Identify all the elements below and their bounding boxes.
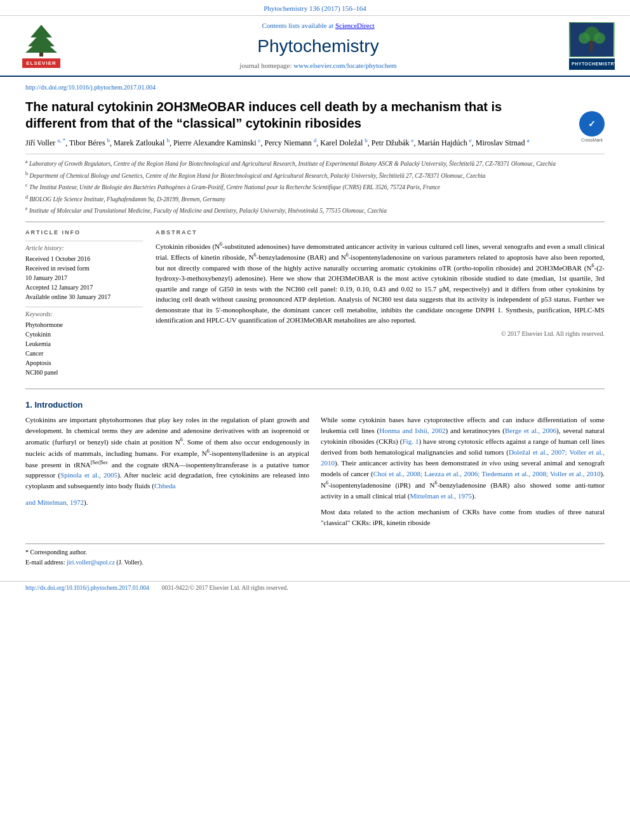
list-item: Phytohormone <box>25 321 143 330</box>
email-link[interactable]: jiri.voller@upol.cz <box>67 559 115 566</box>
article-info-title: ARTICLE INFO <box>25 229 143 237</box>
affiliations: a Laboratory of Growth Regulators, Centr… <box>25 154 605 215</box>
phyto-logo-label: PHYTOCHEMISTRY <box>569 58 615 70</box>
list-item: Apoptosis <box>25 359 143 368</box>
email-note: E-mail address: jiri.voller@upol.cz (J. … <box>25 558 605 567</box>
phyto-logo: PHYTOCHEMISTRY <box>566 22 617 70</box>
svg-point-7 <box>579 32 590 44</box>
paragraph: While some cytokinin bases have cytoprot… <box>321 415 605 502</box>
list-item: Leukemia <box>25 340 143 349</box>
ref-link[interactable]: Mittelman et al., 1975 <box>410 492 472 500</box>
body-columns: Cytokinins are important phytohormones t… <box>25 415 605 533</box>
content-divider <box>25 389 605 389</box>
ref-link[interactable]: and Mittelman, 1972 <box>25 498 84 506</box>
journal-header: ELSEVIER Contents lists available at Sci… <box>0 16 630 77</box>
journal-center: Contents lists available at ScienceDirec… <box>70 21 566 70</box>
copyright-line: © 2017 Elsevier Ltd. All rights reserved… <box>156 330 605 338</box>
svg-rect-9 <box>590 41 593 52</box>
homepage-url[interactable]: www.elsevier.com/locate/phytochem <box>293 62 396 69</box>
keywords-list: Phytohormone Cytokinin Leukemia Cancer A… <box>25 321 143 377</box>
doi-footer-link[interactable]: http://dx.doi.org/10.1016/j.phytochem.20… <box>25 585 149 591</box>
footnotes: * Corresponding author. E-mail address: … <box>25 543 605 567</box>
doi-line: http://dx.doi.org/10.1016/j.phytochem.20… <box>25 83 605 92</box>
elsevier-tree-icon <box>19 23 64 58</box>
authors-line: Jiří Voller a, *, Tibor Béres b, Marek Z… <box>25 137 605 149</box>
keywords-section: Keywords: Phytohormone Cytokinin Leukemi… <box>25 307 143 377</box>
abstract-title: ABSTRACT <box>156 229 605 237</box>
list-item: NCI60 panel <box>25 368 143 377</box>
journal-homepage: journal homepage: www.elsevier.com/locat… <box>70 61 566 70</box>
paragraph: Most data related to the action mechanis… <box>321 507 605 528</box>
doi-link[interactable]: http://dx.doi.org/10.1016/j.phytochem.20… <box>25 84 156 91</box>
sciencedirect-anchor[interactable]: ScienceDirect <box>335 22 375 29</box>
ref-link[interactable]: Honma and Ishii, 2002 <box>379 427 445 434</box>
ref-link[interactable]: Berge et al., 2006 <box>505 427 556 434</box>
ref-link[interactable]: Fig. 1 <box>403 437 419 445</box>
svg-point-8 <box>594 32 605 44</box>
bottom-bar: http://dx.doi.org/10.1016/j.phytochem.20… <box>0 581 630 595</box>
article-title: The natural cytokinin 2OH3MeOBAR induces… <box>25 98 605 131</box>
ref-link[interactable]: Choi et al., 2008; Laezza et al., 2006; … <box>373 470 601 477</box>
keywords-label: Keywords: <box>25 310 143 319</box>
section-divider <box>25 222 605 222</box>
elsevier-badge: ELSEVIER <box>22 58 60 68</box>
intro-section: 1. Introduction Cytokinins are important… <box>25 399 605 533</box>
abstract-text: Cytokinin ribosides (N6-substituted aden… <box>156 241 605 326</box>
list-item: Cytokinin <box>25 330 143 339</box>
corresponding-note: * Corresponding author. <box>25 548 605 557</box>
body-col-right: While some cytokinin bases have cytoprot… <box>321 415 605 533</box>
main-content: http://dx.doi.org/10.1016/j.phytochem.20… <box>0 77 630 575</box>
phyto-logo-image <box>569 22 615 57</box>
sciencedirect-link[interactable]: Contents lists available at ScienceDirec… <box>70 21 566 30</box>
ref-link[interactable]: Doležal et al., 2007; Voller et al., 201… <box>321 448 605 467</box>
article-history: Article history: Received 1 October 2016… <box>25 241 143 302</box>
journal-reference: Phytochemistry 136 (2017) 156–164 <box>0 0 630 16</box>
crossmark-icon: ✓ <box>579 111 605 137</box>
dates: Received 1 October 2016 Received in revi… <box>25 255 143 302</box>
paragraph: and Mittelman, 1972). <box>25 497 309 508</box>
abstract-column: ABSTRACT Cytokinin ribosides (N6-substit… <box>156 229 605 382</box>
history-label: Article history: <box>25 244 143 253</box>
issn-line: 0031-9422/© 2017 Elsevier Ltd. All right… <box>162 584 288 592</box>
body-col-left: Cytokinins are important phytohormones t… <box>25 415 309 533</box>
article-info-abstract: ARTICLE INFO Article history: Received 1… <box>25 229 605 382</box>
crossmark-badge[interactable]: ✓ CrossMark <box>579 111 605 143</box>
ref-link[interactable]: Spinola et al., 2005 <box>60 471 117 479</box>
article-info-column: ARTICLE INFO Article history: Received 1… <box>25 229 143 382</box>
list-item: Cancer <box>25 349 143 358</box>
doi-footer: http://dx.doi.org/10.1016/j.phytochem.20… <box>25 584 149 592</box>
journal-title-header: Phytochemistry <box>70 34 566 58</box>
elsevier-logo: ELSEVIER <box>13 23 70 68</box>
phyto-plant-icon <box>570 23 613 57</box>
ref-link[interactable]: Chheda <box>154 482 176 490</box>
section-heading: 1. Introduction <box>25 399 605 411</box>
paragraph: Cytokinins are important phytohormones t… <box>25 415 309 491</box>
